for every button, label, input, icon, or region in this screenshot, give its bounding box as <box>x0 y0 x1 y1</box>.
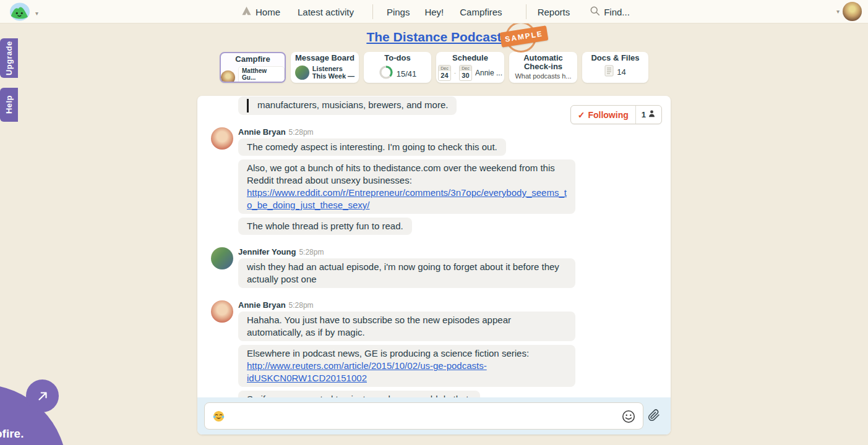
emoji-picker-icon[interactable] <box>621 409 636 424</box>
chat-message-list[interactable]: manufacturers, musicians, brewers, and m… <box>197 96 671 397</box>
calendar-day: 30 <box>460 71 471 80</box>
chat-message-group: Annie Bryan5:28pm The comedy aspect is i… <box>211 127 596 239</box>
message-link-reuters[interactable]: http://www.reuters.com/article/2015/10/0… <box>247 360 487 383</box>
card-message-board-title: Message Board <box>291 54 359 62</box>
document-icon <box>604 65 614 79</box>
nav-home-label: Home <box>256 7 280 17</box>
subscribers-button[interactable]: 1 <box>636 106 661 124</box>
card-checkins[interactable]: Automatic Check-ins What podcasts h... <box>509 52 577 83</box>
message-board-preview: Listeners This Week — <box>312 65 355 80</box>
card-campfire[interactable]: Campfire Matthew Gu... _this_ <box>220 52 286 83</box>
campfire-preview-text: _this_ <box>242 81 281 83</box>
message-timestamp: 5:28pm <box>289 128 314 137</box>
calendar-dash: - <box>454 70 456 76</box>
search-icon <box>590 6 600 18</box>
message-bubble: manufacturers, musicians, brewers, and m… <box>238 96 457 115</box>
project-title[interactable]: The Distance Podcast <box>0 30 868 44</box>
card-todos[interactable]: To-dos 15/41 <box>364 52 431 83</box>
basecamp-logo-menu[interactable]: ▾ <box>8 2 38 24</box>
checkins-preview: What podcasts h... <box>509 72 577 80</box>
campfire-preview: Matthew Gu... _this_ <box>238 66 285 83</box>
message-board-line1: Listeners <box>312 65 355 72</box>
attachment-paperclip-icon[interactable] <box>648 409 661 423</box>
top-navigation-bar: ▾ Home Latest activity Pings Hey! Campfi… <box>0 0 868 23</box>
card-todos-title: To-dos <box>364 54 431 62</box>
home-tent-icon <box>241 6 252 18</box>
todos-progress-label: 15/41 <box>397 69 417 78</box>
nav-home[interactable]: Home <box>241 6 280 18</box>
quote-bar <box>247 99 249 112</box>
avatar-jennifer-small <box>295 66 309 80</box>
nav-reports[interactable]: Reports <box>538 7 570 17</box>
nav-divider <box>372 4 373 19</box>
message-text: Elsewhere in podcast news, GE is produci… <box>247 348 529 358</box>
chat-message-group: Jennifer Young5:28pm wish they had an ac… <box>211 247 596 292</box>
card-schedule[interactable]: Schedule Dec 24 - Dec 30 Annie ... <box>436 52 504 83</box>
check-icon: ✓ <box>578 110 585 120</box>
message-link-reddit[interactable]: https://www.reddit.com/r/Entrepreneur/co… <box>247 187 567 210</box>
user-account-menu[interactable]: ▾ <box>836 2 862 21</box>
nav-latest-activity[interactable]: Latest activity <box>298 7 354 17</box>
upgrade-tab[interactable]: Upgrade <box>0 38 18 78</box>
following-button[interactable]: ✓ Following <box>571 106 635 124</box>
person-icon <box>648 109 656 120</box>
nav-campfires[interactable]: Campfires <box>460 7 502 17</box>
chat-message-partial: manufacturers, musicians, brewers, and m… <box>211 96 596 119</box>
project-tools-row: Campfire Matthew Gu... _this_ Message Bo… <box>220 52 648 83</box>
message-bubble: Elsewhere in podcast news, GE is produci… <box>238 345 575 387</box>
todos-progress-ring <box>379 65 393 82</box>
user-avatar <box>843 2 862 21</box>
chat-input[interactable] <box>204 402 643 430</box>
message-text: Hahaha. You just have to subscribe so th… <box>247 315 511 337</box>
campfire-preview-author: Matthew Gu... <box>242 67 281 81</box>
docs-files-count: 14 <box>617 67 625 77</box>
message-bubble: The whole thread is pretty fun to read. <box>238 218 412 235</box>
card-campfire-title: Campfire <box>221 55 285 64</box>
basecamp-logo-icon <box>8 2 32 24</box>
message-text: manufacturers, musicians, brewers, and m… <box>257 100 448 110</box>
basecamp-campfire-page: { "nav": { "home": "Home", "latest_activ… <box>0 0 868 445</box>
nav-find-label: Find... <box>604 7 630 17</box>
calendar-day: 24 <box>439 71 450 80</box>
nav-find[interactable]: Find... <box>590 6 630 18</box>
chat-composer <box>197 397 671 434</box>
logo-caret-icon: ▾ <box>35 10 38 17</box>
message-timestamp: 5:28pm <box>289 301 314 310</box>
message-author: Annie Bryan <box>238 127 286 137</box>
avatar-annie-bryan[interactable] <box>211 127 233 150</box>
user-caret-icon: ▾ <box>836 8 840 15</box>
nav-pings[interactable]: Pings <box>387 7 410 17</box>
message-bubble: So if we ever wanted to pivot, maybe we … <box>238 391 480 397</box>
message-bubble: wish they had an actual episode, i'm now… <box>238 258 575 288</box>
subscriber-count: 1 <box>642 110 646 119</box>
message-bubble: The comedy aspect is interesting. I'm go… <box>238 138 506 156</box>
card-checkins-title: Automatic Check-ins <box>509 54 577 71</box>
message-header: Jennifer Young5:28pm <box>238 247 575 257</box>
calendar-tile-2: Dec 30 <box>459 65 472 81</box>
message-text: Also, we got a bunch of hits to thedista… <box>247 163 555 185</box>
avatar-jennifer-young[interactable] <box>211 247 233 269</box>
help-tab[interactable]: Help <box>0 88 18 122</box>
message-header: Annie Bryan5:28pm <box>238 300 575 310</box>
calendar-month: Dec <box>439 66 450 71</box>
promo-campfire-text: ofire. <box>0 427 24 441</box>
avatar-matthew <box>221 70 235 83</box>
card-docs-files[interactable]: Docs & Files 14 <box>582 52 648 83</box>
message-author: Annie Bryan <box>238 300 286 310</box>
sample-stamp: SAMPLE <box>504 21 540 54</box>
message-header: Annie Bryan5:28pm <box>238 127 575 137</box>
schedule-preview: Annie ... <box>475 69 502 77</box>
message-text: The whole thread is pretty fun to read. <box>247 221 403 231</box>
nav-hey[interactable]: Hey! <box>424 7 444 17</box>
following-label: Following <box>588 110 628 120</box>
promo-expand-button[interactable] <box>26 379 59 412</box>
message-author: Jennifer Young <box>238 247 296 256</box>
nav-menu: Home Latest activity Pings Hey! Campfire… <box>241 0 630 23</box>
nav-divider <box>526 4 526 19</box>
chat-message-group: Annie Bryan5:28pm Hahaha. You just have … <box>211 300 596 397</box>
message-timestamp: 5:28pm <box>299 248 324 256</box>
card-message-board[interactable]: Message Board Listeners This Week — <box>291 52 359 83</box>
avatar-annie-bryan[interactable] <box>211 300 233 323</box>
following-control: ✓ Following 1 <box>570 105 662 124</box>
calendar-tile-1: Dec 24 <box>438 65 451 81</box>
